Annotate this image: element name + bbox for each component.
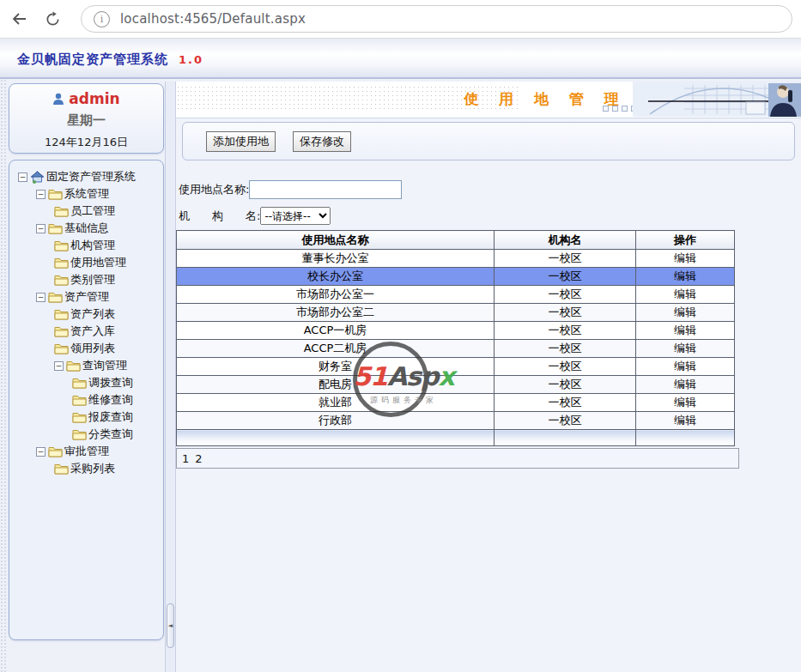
tree-item[interactable]: 领用列表	[11, 340, 161, 357]
page-number-link[interactable]: 2	[195, 452, 202, 465]
nav-tree-panel: −固定资产管理系统−系统管理员工管理−基础信息机构管理使用地管理类别管理−资产管…	[9, 160, 164, 640]
tree-item[interactable]: 机构管理	[11, 237, 161, 254]
org-name-cell: 一校区	[495, 286, 636, 304]
location-row[interactable]: ACCP二机房一校区编辑	[177, 340, 735, 358]
tree-item[interactable]: −资产管理	[11, 288, 161, 306]
tree-item-label: 报废查询	[88, 409, 133, 425]
edit-link[interactable]: 编辑	[674, 414, 696, 427]
tree-item[interactable]: 维修查询	[11, 391, 161, 409]
location-row[interactable]: 市场部办公室一一校区编辑	[177, 286, 735, 304]
page-banner: 使 用 地 管 理	[176, 82, 801, 118]
tree-item-label: 基础信息	[64, 221, 109, 236]
tree-item-label: 分类查询	[88, 427, 133, 442]
sidebar: admin 星期一 124年12月16日 −固定资产管理系统−系统管理员工管理−…	[0, 82, 165, 672]
collapse-expander-icon[interactable]: −	[36, 293, 46, 302]
location-name-cell: 财务室	[177, 358, 495, 376]
button-toolbar: 添加使用地 保存修改	[182, 122, 795, 160]
folder-icon	[66, 360, 81, 372]
app-body: admin 星期一 124年12月16日 −固定资产管理系统−系统管理员工管理−…	[0, 79, 801, 672]
org-name-cell: 一校区	[495, 250, 636, 268]
browser-toolbar: i localhost:4565/Default.aspx	[0, 0, 801, 39]
tree-item[interactable]: 类别管理	[11, 271, 161, 288]
edit-link[interactable]: 编辑	[674, 324, 696, 336]
folder-icon	[54, 274, 69, 287]
collapse-expander-icon[interactable]: −	[54, 361, 64, 371]
tree-item[interactable]: 资产列表	[11, 306, 161, 323]
app-title-text: 金贝帆固定资产管理系统	[17, 51, 168, 67]
collapse-expander-icon[interactable]: −	[36, 224, 46, 233]
edit-link[interactable]: 编辑	[674, 288, 696, 300]
add-location-button[interactable]: 添加使用地	[206, 131, 276, 152]
tree-item[interactable]: 调拨查询	[11, 374, 161, 391]
tree-item[interactable]: 分类查询	[11, 426, 161, 443]
page-info-icon[interactable]: i	[94, 11, 110, 27]
back-button[interactable]	[7, 6, 33, 32]
folder-icon	[54, 308, 69, 321]
user-date: 124年12月16日	[9, 135, 163, 150]
tree-item[interactable]: 资产入库	[11, 323, 161, 340]
location-name-input[interactable]	[249, 180, 402, 199]
banner-square-icon	[612, 106, 618, 112]
tree-item[interactable]: 使用地管理	[11, 254, 161, 271]
tree-item-label: 查询管理	[82, 358, 127, 373]
collapse-expander-icon[interactable]: −	[36, 447, 46, 457]
tree-item-label: 资产列表	[70, 306, 115, 322]
address-bar[interactable]: i localhost:4565/Default.aspx	[81, 5, 792, 33]
collapse-expander-icon[interactable]: −	[18, 173, 27, 182]
collapse-sidebar-handle[interactable]: ◄	[167, 603, 174, 648]
edit-link[interactable]: 编辑	[674, 269, 696, 282]
tree-item[interactable]: −审批管理	[11, 443, 161, 460]
tree-item[interactable]: −基础信息	[11, 220, 161, 237]
table-footer-row	[177, 430, 735, 446]
nav-tree: −固定资产管理系统−系统管理员工管理−基础信息机构管理使用地管理类别管理−资产管…	[11, 168, 161, 477]
panel-splitter[interactable]: ◄	[165, 82, 176, 672]
edit-link[interactable]: 编辑	[674, 396, 696, 409]
edit-link[interactable]: 编辑	[674, 306, 696, 318]
tree-item[interactable]: 员工管理	[11, 203, 161, 220]
location-row[interactable]: 财务室一校区编辑	[177, 358, 735, 376]
content-area: 添加使用地 保存修改 使用地点名称: 机 构 名: --请选择-- 使用地点名称	[176, 118, 801, 672]
org-name-cell: 一校区	[495, 358, 636, 376]
edit-link[interactable]: 编辑	[674, 378, 696, 390]
tree-item-label: 固定资产管理系统	[46, 169, 136, 185]
tree-item[interactable]: 报废查询	[11, 409, 161, 426]
user-icon	[52, 93, 64, 106]
edit-link[interactable]: 编辑	[674, 251, 696, 264]
folder-icon	[48, 291, 63, 304]
org-name-cell: 一校区	[495, 376, 636, 394]
location-name-cell: 董事长办公室	[177, 250, 495, 268]
refresh-button[interactable]	[39, 6, 65, 32]
location-row[interactable]: 行政部一校区编辑	[177, 412, 735, 430]
tree-item-label: 资产入库	[70, 324, 115, 339]
tree-item[interactable]: −固定资产管理系统	[11, 168, 161, 185]
location-row[interactable]: 市场部办公室二一校区编辑	[177, 304, 735, 322]
tree-item-label: 领用列表	[70, 341, 115, 356]
save-changes-button[interactable]: 保存修改	[293, 131, 351, 152]
tree-item-label: 调拨查询	[88, 375, 133, 390]
org-name-cell: 一校区	[495, 322, 636, 340]
location-row[interactable]: 就业部一校区编辑	[177, 394, 735, 412]
location-row[interactable]: 校长办公室一校区编辑	[177, 268, 735, 286]
org-select[interactable]: --请选择--	[260, 207, 331, 225]
folder-icon	[54, 342, 69, 355]
location-name-cell: 校长办公室	[177, 268, 495, 286]
tree-item[interactable]: −查询管理	[11, 357, 161, 374]
col-actions: 操作	[636, 231, 735, 250]
location-row[interactable]: 配电房一校区编辑	[177, 376, 735, 394]
edit-link[interactable]: 编辑	[674, 360, 696, 372]
folder-icon	[54, 239, 69, 252]
banner-square-icon	[622, 106, 628, 112]
back-arrow-icon	[11, 10, 28, 27]
edit-link[interactable]: 编辑	[674, 342, 696, 354]
location-name-label: 使用地点名称:	[179, 182, 249, 197]
banner-square-icon	[603, 106, 609, 112]
tree-item[interactable]: 采购列表	[11, 460, 161, 477]
tree-item[interactable]: −系统管理	[11, 185, 161, 203]
page-number-link[interactable]: 1	[182, 452, 189, 465]
collapse-expander-icon[interactable]: −	[36, 190, 46, 199]
tree-item-label: 机构管理	[70, 238, 115, 253]
location-row[interactable]: ACCP一机房一校区编辑	[177, 322, 735, 340]
tree-item-label: 类别管理	[70, 272, 115, 288]
location-row[interactable]: 董事长办公室一校区编辑	[177, 250, 735, 268]
folder-icon	[72, 428, 87, 441]
